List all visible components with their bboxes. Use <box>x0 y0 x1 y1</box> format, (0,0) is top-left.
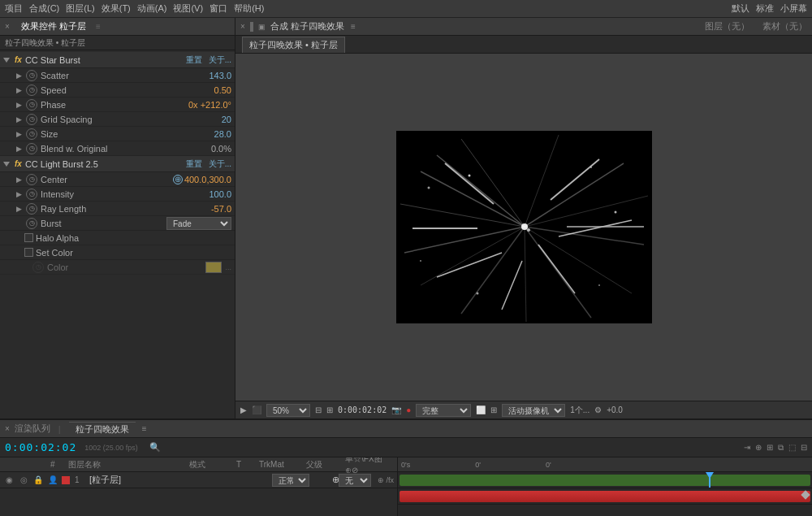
param-value-center[interactable]: 400.0,300.0 <box>184 175 231 184</box>
param-value-size[interactable]: 28.0 <box>214 129 231 139</box>
stopwatch-icon-speed[interactable]: ◷ <box>26 85 37 96</box>
burst-dropdown[interactable]: Fade Straight <box>166 217 231 230</box>
expand-icon-phase[interactable]: ▶ <box>16 101 24 109</box>
workspace-small[interactable]: 小屏幕 <box>780 2 807 15</box>
timeline-close-btn[interactable]: × <box>5 424 10 433</box>
expand-icon-center[interactable]: ▶ <box>16 176 24 184</box>
workspace-standard[interactable]: 标准 <box>756 2 774 15</box>
layer-parent-select[interactable]: 无 <box>339 474 371 487</box>
stopwatch-icon-burst[interactable]: ◷ <box>26 218 37 229</box>
search-icon[interactable]: 🔍 <box>149 442 161 453</box>
timeline-ctrl-1[interactable]: ⇥ <box>744 443 750 452</box>
toolbar-views-label[interactable]: 1个... <box>570 405 590 416</box>
layer-mode-select[interactable]: 正常 <box>272 474 309 487</box>
stopwatch-icon-size[interactable]: ◷ <box>26 128 37 140</box>
menu-composition[interactable]: 合成(C) <box>29 2 59 15</box>
timeline-timecode[interactable]: 0:00:02:02 <box>5 441 76 453</box>
about-link-light[interactable]: 关于... <box>209 158 231 170</box>
quality-select[interactable]: 完整 二分之一 <box>416 404 471 417</box>
lock-icon-1[interactable]: 🔒 <box>32 475 44 486</box>
solo-icon-1[interactable]: ◎ <box>18 475 29 486</box>
reset-link-light[interactable]: 重置 <box>186 158 202 170</box>
toolbar-timecode[interactable]: 0:00:02:02 <box>338 405 387 414</box>
composition-view[interactable] <box>235 54 812 401</box>
comp-tab-label[interactable]: 合成 粒子四晚效果 <box>270 20 344 33</box>
zoom-select[interactable]: 50% 100% 25% <box>266 404 310 417</box>
timeline-track-2[interactable] <box>398 488 812 505</box>
expand-icon-scatter[interactable]: ▶ <box>16 72 24 80</box>
render-queue-tab[interactable]: 渲染队列 <box>15 423 50 435</box>
reset-link-star[interactable]: 重置 <box>186 54 202 66</box>
camera-select[interactable]: 活动摄像机 <box>502 404 565 417</box>
layer-name-1[interactable]: [粒子层] <box>89 474 269 486</box>
comp-header-close[interactable]: × <box>240 22 245 31</box>
target-crosshair-icon[interactable]: ⊕ <box>173 175 183 184</box>
comp-name-tab[interactable]: 粒子四晚效果 • 粒子层 <box>242 37 345 53</box>
panel-close-btn[interactable]: × <box>5 22 10 31</box>
stopwatch-icon-grid[interactable]: ◷ <box>26 114 37 125</box>
eye-icon-1[interactable]: ◉ <box>3 475 15 486</box>
toolbar-zoom-icon[interactable]: ⊟ <box>315 405 322 414</box>
timeline-tab-menu[interactable]: ≡ <box>142 424 147 433</box>
collapse-icon[interactable] <box>3 58 10 63</box>
comp-timeline-tab[interactable]: 粒子四晚效果 <box>69 422 136 436</box>
expand-icon-ray[interactable]: ▶ <box>16 205 24 213</box>
param-value-ray-length[interactable]: -57.0 <box>211 204 231 214</box>
effect-header-cc-light-burst[interactable]: fx CC Light Burst 2.5 重置 关于... <box>0 156 235 172</box>
expand-icon-size[interactable]: ▶ <box>16 130 24 138</box>
shy-icon-1[interactable]: 👤 <box>47 475 58 486</box>
stopwatch-icon-scatter[interactable]: ◷ <box>26 70 37 81</box>
toolbar-play-btn[interactable]: ▶ <box>240 405 247 414</box>
timeline-ctrl-4[interactable]: ⧉ <box>778 443 784 453</box>
material-tab-label[interactable]: 素材（无） <box>762 20 807 33</box>
expand-icon-blend[interactable]: ▶ <box>16 145 24 153</box>
toolbar-color-icon[interactable]: ● <box>406 405 411 414</box>
workspace-default[interactable]: 默认 <box>732 2 749 15</box>
halo-alpha-checkbox[interactable] <box>24 233 33 242</box>
timeline-ctrl-3[interactable]: ⊞ <box>767 443 773 452</box>
expand-icon-speed[interactable]: ▶ <box>16 86 24 94</box>
footage-tab-label[interactable]: 图层（无） <box>705 20 749 33</box>
menu-project[interactable]: 项目 <box>5 2 23 15</box>
stopwatch-icon-center[interactable]: ◷ <box>26 174 37 185</box>
collapse-icon-light[interactable] <box>3 162 10 167</box>
menu-animation[interactable]: 动画(A) <box>137 2 167 15</box>
timeline-track-1[interactable] <box>398 472 812 488</box>
menu-help[interactable]: 帮助(H) <box>234 2 264 15</box>
expand-icon-intensity[interactable]: ▶ <box>16 190 24 198</box>
timeline-ctrl-2[interactable]: ⊕ <box>755 443 762 452</box>
playhead[interactable] <box>709 472 710 488</box>
color-swatch[interactable] <box>205 262 222 273</box>
param-value-intensity[interactable]: 100.0 <box>209 189 231 199</box>
timeline-ctrl-5[interactable]: ⬚ <box>788 443 796 452</box>
effect-controls-tab[interactable]: 效果控件 粒子层 <box>16 19 91 34</box>
set-color-checkbox[interactable] <box>24 248 33 257</box>
toolbar-camera-icon[interactable]: 📷 <box>391 405 401 414</box>
effect-header-cc-star-burst[interactable]: fx CC Star Burst 重置 关于... <box>0 52 235 68</box>
param-value-scatter[interactable]: 143.0 <box>209 71 231 80</box>
about-link-star[interactable]: 关于... <box>209 54 231 66</box>
comp-tab-menu[interactable]: ≡ <box>351 22 356 31</box>
timeline-ctrl-6[interactable]: ⊟ <box>801 443 807 452</box>
toolbar-grid-icon[interactable]: ⊞ <box>490 405 497 414</box>
param-value-blend[interactable]: 0.0% <box>211 144 231 154</box>
toolbar-frame-icon[interactable]: ⊞ <box>326 405 333 414</box>
toolbar-region-icon[interactable]: ⬜ <box>476 405 486 414</box>
menu-window[interactable]: 窗口 <box>209 2 227 15</box>
toolbar-settings-icons[interactable]: ⚙ <box>594 405 602 414</box>
param-value-grid-spacing[interactable]: 20 <box>222 115 231 124</box>
param-value-speed[interactable]: 0.50 <box>214 85 231 95</box>
stopwatch-icon-intensity[interactable]: ◷ <box>26 189 37 200</box>
stopwatch-icon-phase[interactable]: ◷ <box>26 99 37 111</box>
menu-view[interactable]: 视图(V) <box>173 2 203 15</box>
panel-menu-icon[interactable]: ≡ <box>96 22 101 31</box>
menu-layer[interactable]: 图层(L) <box>66 2 94 15</box>
timeline-tracks[interactable]: 0's 0' 0' <box>398 457 812 516</box>
stopwatch-icon-ray[interactable]: ◷ <box>26 203 37 215</box>
toolbar-offset-label[interactable]: +0.0 <box>607 405 623 414</box>
param-value-phase[interactable]: 0x +212.0° <box>188 100 231 110</box>
toolbar-preview-btn[interactable]: ⬛ <box>252 405 261 414</box>
expand-icon-grid[interactable]: ▶ <box>16 115 24 124</box>
menu-effects[interactable]: 效果(T) <box>102 2 131 15</box>
stopwatch-icon-blend[interactable]: ◷ <box>26 143 37 154</box>
